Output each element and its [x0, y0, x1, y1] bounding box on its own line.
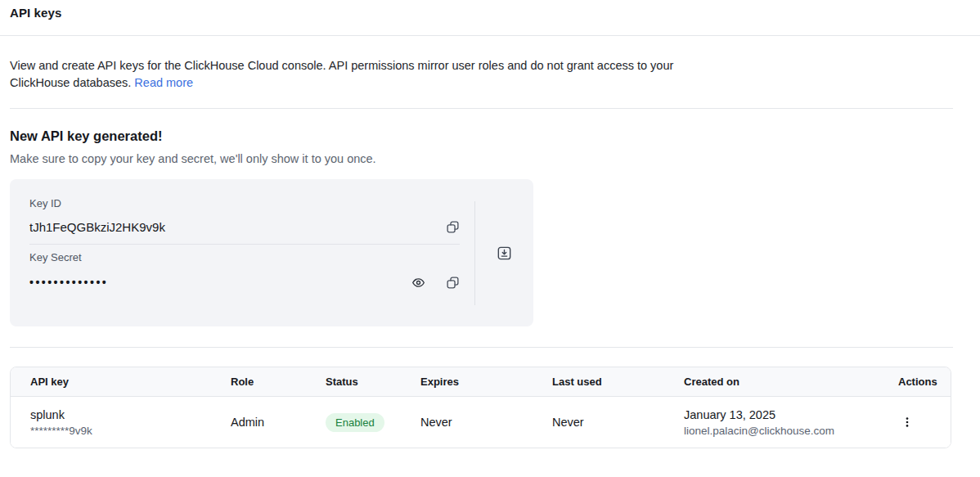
copy-icon	[446, 220, 460, 234]
role-cell: Admin	[231, 416, 326, 429]
column-header-status: Status	[326, 376, 420, 388]
copy-icon	[446, 276, 460, 290]
new-key-title: New API key generated!	[10, 128, 970, 144]
copy-secret-button[interactable]	[446, 276, 460, 290]
download-icon	[497, 245, 512, 261]
description-divider	[10, 108, 953, 109]
page-title: API keys	[0, 0, 980, 20]
key-secret-masked-value: •••••••••••••	[29, 276, 108, 289]
status-badge: Enabled	[326, 413, 384, 432]
table-row: splunk *********9v9k Admin Enabled Never…	[11, 397, 951, 448]
last-used-cell: Never	[552, 416, 684, 429]
eye-icon	[411, 276, 425, 290]
read-more-link[interactable]: Read more	[134, 76, 193, 89]
key-secret-label: Key Secret	[29, 251, 460, 264]
new-key-card: Key ID tJh1FeQGBkziJ2HK9v9k Key Secret •…	[10, 179, 533, 326]
key-id-label: Key ID	[29, 197, 460, 210]
table-header-row: API key Role Status Expires Last used Cr…	[11, 367, 951, 397]
created-date: January 13, 2025	[684, 407, 890, 423]
key-card-divider	[29, 244, 460, 245]
column-header-actions: Actions	[890, 376, 937, 388]
section-divider	[10, 347, 953, 348]
api-key-masked: *********9v9k	[30, 423, 231, 439]
page-description: View and create API keys for the ClickHo…	[10, 57, 674, 92]
column-header-api-key: API key	[30, 376, 231, 388]
new-key-subtitle: Make sure to copy your key and secret, w…	[10, 152, 970, 165]
api-keys-table: API key Role Status Expires Last used Cr…	[10, 367, 951, 448]
download-key-button[interactable]	[497, 245, 512, 261]
created-by-email: lionel.palacin@clickhouse.com	[684, 423, 890, 439]
key-id-value: tJh1FeQGBkziJ2HK9v9k	[29, 220, 165, 234]
header-divider	[0, 35, 980, 36]
copy-key-id-button[interactable]	[446, 220, 460, 234]
expires-cell: Never	[420, 416, 552, 429]
column-header-last-used: Last used	[552, 376, 684, 388]
key-card-fields: Key ID tJh1FeQGBkziJ2HK9v9k Key Secret •…	[10, 179, 474, 326]
column-header-expires: Expires	[420, 376, 552, 388]
description-text: View and create API keys for the ClickHo…	[10, 59, 673, 89]
row-actions-button[interactable]	[898, 413, 916, 431]
column-header-role: Role	[231, 376, 326, 388]
reveal-secret-button[interactable]	[411, 276, 425, 290]
api-key-name: splunk	[30, 407, 231, 423]
kebab-menu-icon	[901, 418, 913, 430]
column-header-created-on: Created on	[684, 376, 890, 388]
